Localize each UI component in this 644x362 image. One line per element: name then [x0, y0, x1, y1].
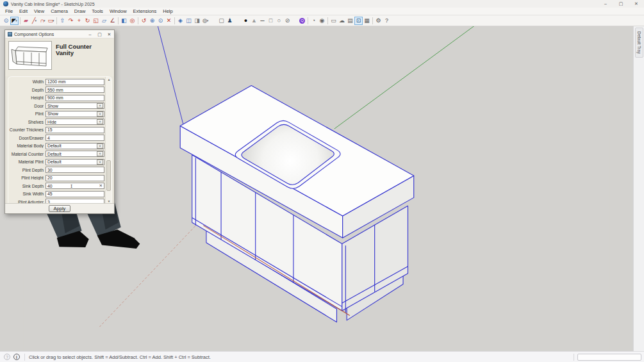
tool-warehouse-cloud[interactable]: ☁ — [338, 17, 346, 25]
tool-camera-view[interactable]: ▤ — [346, 17, 354, 25]
tool-share-model[interactable]: ◨ — [193, 17, 201, 25]
menu-help[interactable]: Help — [160, 8, 176, 15]
tool-interact[interactable]: ◔ — [310, 17, 318, 25]
menu-tools[interactable]: Tools — [88, 8, 106, 15]
status-bar: ? i Click or drag to select objects. Shi… — [0, 351, 644, 362]
tool-paint-bucket[interactable]: ◧ — [120, 17, 128, 25]
input-plint-depth[interactable]: 30 — [45, 167, 104, 173]
select-material-counter[interactable]: Default˅ — [45, 151, 104, 157]
select-material-plint[interactable]: Default˅ — [45, 159, 104, 165]
tool-offset[interactable]: ◎ — [128, 17, 136, 25]
menu-window[interactable]: Window — [106, 8, 130, 15]
measurements-box[interactable] — [577, 354, 641, 361]
tool-style-edge[interactable]: ─ — [258, 17, 267, 25]
select-dropdown-icon[interactable]: ˅ — [97, 103, 103, 108]
tool-orbit[interactable]: ↺ — [140, 17, 148, 25]
select-shelves[interactable]: Hide˅ — [45, 119, 104, 125]
select-dropdown-icon[interactable]: ˅ — [97, 160, 103, 165]
tool-style-circle[interactable]: ○ — [275, 17, 283, 25]
window-minimize-button[interactable]: – — [598, 0, 613, 8]
input-sink-depth[interactable]: 40I✕ — [45, 183, 104, 189]
tool-style-endpoint[interactable]: ▲ — [250, 17, 258, 25]
scroll-up-icon[interactable]: ▲ — [106, 77, 112, 83]
tool-push-pull[interactable]: ⇧ — [58, 17, 67, 25]
tool-search[interactable]: ⊙ — [2, 17, 10, 25]
select-plint[interactable]: Show˅ — [45, 111, 104, 117]
tool-eraser[interactable]: ▰ — [22, 17, 30, 25]
tool-select[interactable]: ◤▾ — [10, 17, 19, 25]
input-door-drawer[interactable]: 4 — [45, 135, 104, 141]
tool-add-person[interactable]: ♟ — [226, 17, 234, 25]
dialog-maximize-button[interactable]: ▢ — [95, 30, 104, 38]
tool-follow-me[interactable]: ↷ — [67, 17, 75, 25]
field-row-sink-width: Sink Width45 — [8, 191, 104, 197]
component-attributes-icon: ▦ — [364, 17, 370, 25]
input-counter-thicknes[interactable]: 15 — [45, 127, 104, 133]
menu-edit[interactable]: Edit — [16, 8, 31, 15]
dropdown-arrow-icon[interactable]: ▾ — [15, 19, 17, 22]
field-row-plint-height: Plint Height20 — [8, 175, 104, 181]
dialog-minimize-button[interactable]: – — [85, 30, 95, 38]
form-scrollbar[interactable]: ▲ ▼ — [105, 77, 111, 204]
clear-input-icon[interactable]: ✕ — [99, 183, 104, 188]
tool-rectangle[interactable]: ▭▾ — [47, 17, 55, 25]
select-dropdown-icon[interactable]: ˅ — [97, 119, 103, 124]
tool-make-component[interactable]: ◈ — [176, 17, 185, 25]
tool-rotate[interactable]: ↻ — [83, 17, 92, 25]
tool-face-style[interactable]: ◍▾ — [201, 17, 210, 25]
input-sink-width[interactable]: 45 — [45, 191, 104, 197]
field-row-plint-depth: Plint Depth30 — [8, 167, 104, 173]
window-close-button[interactable]: ✕ — [629, 0, 644, 8]
tool-arc[interactable]: ∩▾ — [38, 17, 47, 25]
tool-scale[interactable]: ◱ — [92, 17, 100, 25]
tool-component-attributes[interactable]: ▦ — [363, 17, 371, 25]
tool-extension-manager[interactable]: ⚙ — [374, 17, 383, 25]
tool-help[interactable]: ? — [383, 17, 391, 25]
select-door[interactable]: Show˅ — [45, 103, 104, 109]
tool-style-point[interactable]: ● — [242, 17, 250, 25]
select-material-body[interactable]: Default˅ — [45, 143, 104, 149]
tool-extension-avatar[interactable]: Q — [298, 17, 306, 25]
tool-new-document[interactable]: ▢ — [217, 17, 226, 25]
dropdown-arrow-icon[interactable]: ▾ — [35, 19, 37, 22]
tool-component-options[interactable]: ⊡ — [354, 17, 363, 25]
tool-move[interactable]: + — [75, 17, 83, 25]
tool-style-off[interactable]: ⊘ — [283, 17, 292, 25]
tool-select-box[interactable]: ▭ — [329, 17, 338, 25]
dialog-title: Component Options — [14, 32, 54, 37]
tool-component-browser[interactable]: ◫ — [185, 17, 193, 25]
toolbar-separator — [174, 17, 175, 24]
tool-tape-measure[interactable]: ▱ — [100, 17, 108, 25]
tool-style-face[interactable]: □ — [267, 17, 275, 25]
dropdown-arrow-icon[interactable]: ▾ — [53, 19, 54, 22]
dropdown-arrow-icon[interactable]: ▾ — [44, 19, 45, 22]
input-depth[interactable]: 550 mm — [45, 86, 104, 93]
menu-camera[interactable]: Camera — [47, 8, 71, 15]
tool-pan[interactable]: ⊕ — [148, 17, 156, 25]
menu-file[interactable]: File — [2, 8, 16, 15]
select-dropdown-icon[interactable]: ˅ — [97, 144, 103, 149]
info-icon[interactable]: i — [13, 354, 20, 360]
tool-line[interactable]: ╱▾ — [30, 17, 38, 25]
dialog-close-button[interactable]: ✕ — [104, 30, 114, 38]
input-height[interactable]: 900 mm — [45, 95, 104, 101]
tool-zoom-extents[interactable]: ✕ — [165, 17, 173, 25]
tool-zoom[interactable]: ⊙ — [156, 17, 165, 25]
style-point-icon: ● — [244, 17, 247, 25]
menu-extensions[interactable]: Extensions — [130, 8, 160, 15]
tool-axes[interactable]: ∠ — [108, 17, 117, 25]
select-dropdown-icon[interactable]: ˅ — [97, 111, 103, 117]
apply-button[interactable]: Apply — [49, 205, 71, 212]
select-dropdown-icon[interactable]: ˅ — [97, 151, 103, 156]
dropdown-arrow-icon[interactable]: ▾ — [207, 19, 209, 22]
tool-dynamic-component[interactable]: ◉ — [318, 17, 326, 25]
menu-view[interactable]: View — [31, 8, 47, 15]
window-maximize-button[interactable]: ▢ — [613, 0, 629, 8]
input-width[interactable]: 1200 mm — [45, 79, 104, 85]
input-plint-height[interactable]: 20 — [45, 175, 104, 181]
dialog-title-bar[interactable]: Component Options – ▢ ✕ — [5, 30, 114, 38]
scrollbar-thumb[interactable] — [106, 160, 111, 191]
menu-draw[interactable]: Draw — [71, 8, 89, 15]
default-tray-tab[interactable]: Default Tray — [635, 28, 643, 58]
geolocation-icon[interactable]: ? — [4, 354, 10, 360]
